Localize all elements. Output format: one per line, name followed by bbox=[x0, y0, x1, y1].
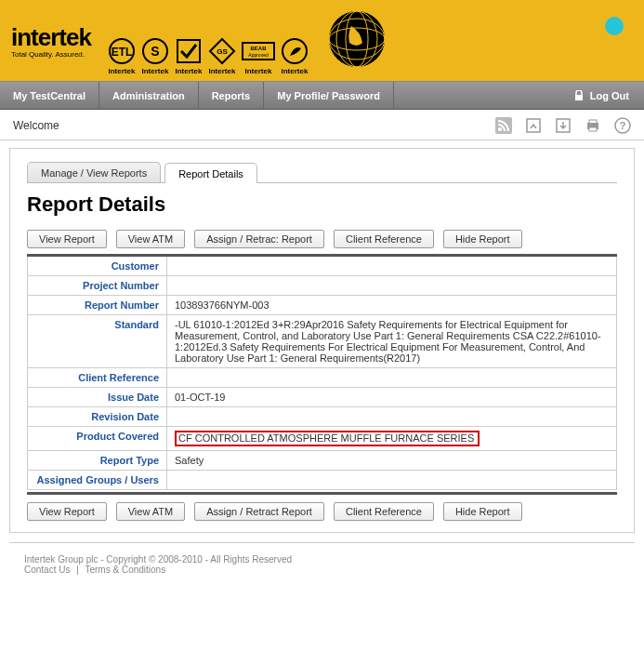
toolbar-icons: ? bbox=[495, 117, 631, 134]
svg-text:BEAB: BEAB bbox=[250, 46, 267, 51]
status-indicator-icon bbox=[605, 17, 624, 35]
lock-icon bbox=[573, 90, 585, 101]
row-report-number: Report Number 103893766NYM-003 bbox=[28, 296, 617, 315]
value-standard: -UL 61010-1:2012Ed 3+R:29Apr2016 Safety … bbox=[167, 315, 617, 368]
cert-s-icon: S Intertek bbox=[141, 37, 169, 75]
report-details-table: Customer Project Number Report Number 10… bbox=[27, 254, 617, 490]
row-standard: Standard -UL 61010-1:2012Ed 3+R:29Apr201… bbox=[28, 315, 617, 368]
svg-text:GS: GS bbox=[217, 47, 228, 56]
label-report-number: Report Number bbox=[28, 296, 167, 315]
value-assigned bbox=[167, 471, 617, 490]
cert-diamond-icon: GS Intertek bbox=[208, 37, 236, 75]
button-row-bottom: View Report View ATM Assign / Retract Re… bbox=[27, 502, 617, 521]
value-customer bbox=[167, 256, 617, 276]
value-revision-date bbox=[167, 407, 617, 427]
label-assigned: Assigned Groups / Users bbox=[28, 471, 167, 490]
view-atm-button[interactable]: View ATM bbox=[116, 230, 186, 248]
label-standard: Standard bbox=[28, 315, 167, 368]
cert-leaf-icon: intertek bbox=[281, 37, 309, 75]
svg-rect-15 bbox=[575, 95, 583, 100]
svg-text:S: S bbox=[151, 44, 159, 59]
row-product-covered: Product Covered CF CONTROLLED ATMOSPHERE… bbox=[28, 427, 617, 451]
cert-beab-icon: BEABApproved Intertek bbox=[242, 37, 275, 75]
welcome-text: Welcome bbox=[13, 119, 59, 132]
header: intertek Total Quality. Assured. ETL Int… bbox=[0, 0, 644, 82]
label-report-type: Report Type bbox=[28, 451, 167, 471]
footer-copyright: Intertek Group plc - Copyright © 2008-20… bbox=[24, 554, 620, 565]
help-icon[interactable]: ? bbox=[614, 117, 631, 134]
view-atm-button-bottom[interactable]: View ATM bbox=[116, 502, 186, 521]
row-issue-date: Issue Date 01-OCT-19 bbox=[28, 388, 617, 407]
svg-rect-16 bbox=[495, 117, 512, 134]
client-reference-button-bottom[interactable]: Client Reference bbox=[334, 502, 434, 521]
svg-text:Approved: Approved bbox=[248, 52, 269, 58]
svg-rect-4 bbox=[177, 40, 200, 62]
row-report-type: Report Type Safety bbox=[28, 451, 617, 471]
product-covered-highlight: CF CONTROLLED ATMOSPHERE MUFFLE FURNACE … bbox=[175, 431, 480, 446]
label-customer: Customer bbox=[28, 256, 167, 276]
logout-button[interactable]: Log Out bbox=[559, 82, 644, 109]
label-client-reference: Client Reference bbox=[28, 368, 167, 388]
label-issue-date: Issue Date bbox=[28, 388, 167, 407]
tab-manage-view-reports[interactable]: Manage / View Reports bbox=[27, 162, 161, 182]
globe-icon bbox=[323, 6, 390, 75]
value-product-covered: CF CONTROLLED ATMOSPHERE MUFFLE FURNACE … bbox=[167, 427, 617, 451]
svg-point-17 bbox=[498, 127, 502, 131]
hide-report-button-bottom[interactable]: Hide Report bbox=[443, 502, 522, 521]
value-project-number bbox=[167, 276, 617, 296]
brand-block: intertek Total Quality. Assured. bbox=[11, 23, 91, 59]
nav-reports[interactable]: Reports bbox=[199, 82, 265, 109]
row-client-reference: Client Reference bbox=[28, 368, 617, 388]
svg-rect-22 bbox=[589, 127, 597, 131]
tabs: Manage / View Reports Report Details bbox=[27, 162, 617, 183]
hide-report-button[interactable]: Hide Report bbox=[443, 230, 522, 248]
footer-contact-link[interactable]: Contact Us bbox=[24, 565, 70, 575]
view-report-button-bottom[interactable]: View Report bbox=[27, 502, 107, 521]
value-client-reference bbox=[167, 368, 617, 388]
cert-check-icon: Intertek bbox=[175, 37, 203, 75]
value-report-number: 103893766NYM-003 bbox=[167, 296, 617, 315]
cert-etl-icon: ETL Intertek bbox=[108, 37, 136, 75]
label-product-covered: Product Covered bbox=[28, 427, 167, 451]
svg-text:ETL: ETL bbox=[112, 46, 133, 59]
nav-my-profile[interactable]: My Profile/ Password bbox=[264, 82, 394, 109]
download-icon[interactable] bbox=[555, 117, 572, 134]
nav-administration[interactable]: Administration bbox=[99, 82, 199, 109]
row-assigned: Assigned Groups / Users bbox=[28, 471, 617, 490]
value-issue-date: 01-OCT-19 bbox=[167, 388, 617, 407]
brand-tagline: Total Quality. Assured. bbox=[11, 50, 91, 59]
client-reference-button[interactable]: Client Reference bbox=[334, 230, 434, 248]
row-revision-date: Revision Date bbox=[28, 407, 617, 427]
main-nav: My TestCentral Administration Reports My… bbox=[0, 82, 644, 110]
assign-retract-button-bottom[interactable]: Assign / Retract Report bbox=[194, 502, 324, 521]
view-report-button[interactable]: View Report bbox=[27, 230, 107, 248]
sub-bar: Welcome ? bbox=[0, 110, 644, 140]
value-report-type: Safety bbox=[167, 451, 617, 471]
row-customer: Customer bbox=[28, 256, 617, 276]
assign-retract-button[interactable]: Assign / Retrac: Report bbox=[194, 230, 324, 248]
svg-text:?: ? bbox=[620, 120, 626, 131]
tab-report-details[interactable]: Report Details bbox=[164, 163, 257, 183]
nav-my-testcentral[interactable]: My TestCentral bbox=[0, 82, 99, 109]
button-row-top: View Report View ATM Assign / Retrac: Re… bbox=[27, 230, 617, 248]
row-project-number: Project Number bbox=[28, 276, 617, 296]
footer: Intertek Group plc - Copyright © 2008-20… bbox=[9, 542, 635, 584]
export-icon[interactable] bbox=[525, 117, 542, 134]
label-revision-date: Revision Date bbox=[28, 407, 167, 427]
rss-icon[interactable] bbox=[495, 117, 512, 134]
certification-marks: ETL Intertek S Intertek Intertek GS Inte… bbox=[108, 6, 390, 75]
page-title: Report Details bbox=[27, 193, 617, 217]
brand-logo: intertek bbox=[11, 23, 91, 52]
label-project-number: Project Number bbox=[28, 276, 167, 296]
print-icon[interactable] bbox=[585, 117, 601, 134]
content-panel: Manage / View Reports Report Details Rep… bbox=[9, 148, 635, 533]
footer-terms-link[interactable]: Terms & Conditions bbox=[85, 565, 165, 575]
